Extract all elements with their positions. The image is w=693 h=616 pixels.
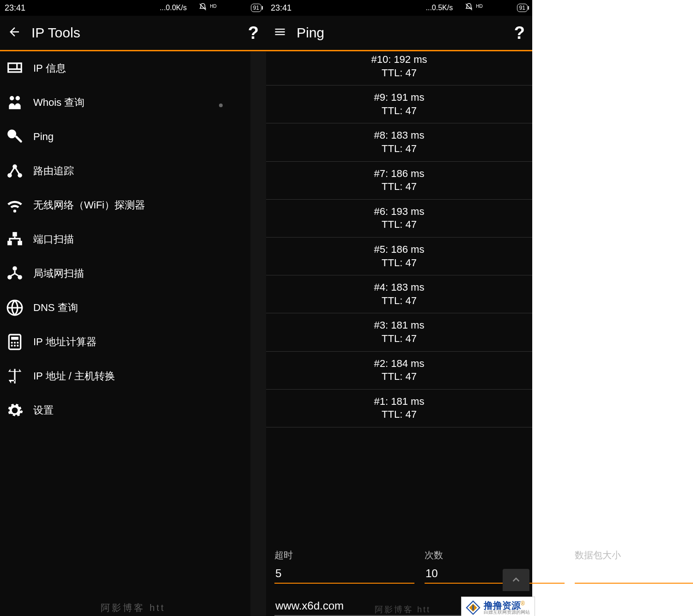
ping-result-row: #7: 186 ms TTL: 47 (266, 162, 532, 200)
menu-label: IP 地址计算器 (33, 335, 97, 349)
svg-point-15 (14, 342, 16, 344)
network-speed: ...0.5K/s (426, 4, 453, 12)
help-icon[interactable]: ? (248, 23, 259, 43)
menu-ping[interactable]: Ping (0, 120, 266, 154)
packet-size-input[interactable] (575, 565, 693, 584)
status-bar: 23:41 ...0.0K/s HD 91 (0, 0, 266, 16)
ping-result-row: #10: 192 ms TTL: 47 (266, 51, 532, 85)
ping-line2: TTL: 47 (266, 142, 532, 156)
timeout-label: 超时 (274, 549, 414, 561)
status-icons: ...0.0K/s HD 91 (159, 3, 261, 13)
ping-line1: #2: 184 ms (266, 357, 532, 371)
menu-label: DNS 查询 (33, 301, 78, 315)
signal-icon-2 (496, 4, 503, 12)
wifi-scan-icon (5, 195, 25, 215)
menu-wifi-scan[interactable]: 无线网络（WiFi）探测器 (0, 188, 266, 222)
signal-icon-1 (486, 4, 493, 12)
ping-result-row: #1: 181 ms TTL: 47 (266, 390, 532, 427)
ping-result-row: #2: 184 ms TTL: 47 (266, 352, 532, 390)
svg-rect-22 (473, 605, 474, 610)
ping-line1: #3: 181 ms (266, 319, 532, 332)
ping-line2: TTL: 47 (266, 180, 532, 194)
menu-traceroute[interactable]: 路由追踪 (0, 154, 266, 188)
ip-calc-icon (5, 332, 25, 352)
mute-icon (199, 3, 207, 13)
ping-line2: TTL: 47 (266, 408, 532, 421)
scroll-up-button[interactable] (503, 569, 529, 591)
ping-line1: #5: 186 ms (266, 243, 532, 256)
signal-icon-2 (230, 4, 237, 12)
menu-label: 局域网扫描 (33, 267, 84, 281)
whois-icon (5, 92, 25, 113)
wifi-icon (240, 4, 248, 12)
menu-label: 路由追踪 (33, 164, 74, 178)
count-field: 次数 (425, 549, 565, 584)
status-icons: ...0.5K/s HD 91 (426, 3, 528, 13)
svg-rect-5 (12, 232, 17, 237)
traceroute-icon (5, 161, 25, 181)
ping-line2: TTL: 47 (266, 67, 532, 80)
ping-line2: TTL: 47 (266, 332, 532, 346)
watermark-reg: ® (521, 600, 525, 607)
menu-label: 设置 (33, 403, 54, 417)
menu-label: 端口扫描 (33, 232, 74, 246)
dimmed-dot (219, 104, 223, 107)
status-bar: 23:41 ...0.5K/s HD 91 (266, 0, 532, 16)
timeout-input[interactable] (274, 565, 414, 584)
menu-label: 无线网络（WiFi）探测器 (33, 198, 145, 212)
battery-indicator: 91 (517, 4, 528, 12)
ping-line2: TTL: 47 (266, 218, 532, 232)
menu-settings[interactable]: 设置 (0, 393, 266, 427)
ping-line2: TTL: 47 (266, 104, 532, 118)
host-convert-icon (5, 366, 25, 386)
ping-line1: #6: 193 ms (266, 205, 532, 219)
signal-hd-icon: HD (476, 4, 482, 9)
lan-scan-icon (5, 263, 25, 284)
drawer-menu: IP 信息 Whois 查询 Ping 路由追踪 无线网络（WiFi）探测器 端… (0, 51, 266, 616)
ping-result-row: #3: 181 ms TTL: 47 (266, 313, 532, 351)
menu-dns[interactable]: DNS 查询 (0, 291, 266, 325)
ping-icon (5, 127, 25, 147)
ping-results[interactable]: #10: 192 ms TTL: 47 #9: 191 ms TTL: 47 #… (266, 51, 532, 544)
ping-line2: TTL: 47 (266, 370, 532, 384)
menu-port-scan[interactable]: 端口扫描 (0, 222, 266, 256)
menu-label: Whois 查询 (33, 96, 85, 110)
timeout-field: 超时 (274, 549, 414, 584)
svg-rect-1 (15, 135, 23, 143)
bluetooth-icon (456, 3, 462, 13)
ping-line1: #9: 191 ms (266, 91, 532, 104)
menu-label: IP 信息 (33, 61, 66, 75)
svg-point-18 (14, 345, 16, 347)
ping-result-row: #4: 183 ms TTL: 47 (266, 275, 532, 313)
settings-icon (5, 400, 25, 421)
menu-lan-scan[interactable]: 局域网扫描 (0, 256, 266, 291)
bluetooth-icon (189, 3, 196, 13)
battery-indicator: 91 (251, 4, 261, 12)
watermark-brand: 撸撸资源 (484, 600, 521, 610)
ping-result-row: #6: 193 ms TTL: 47 (266, 200, 532, 238)
svg-rect-7 (18, 241, 22, 245)
ping-line2: TTL: 47 (266, 294, 532, 308)
menu-host-convert[interactable]: IP 地址 / 主机转换 (0, 359, 266, 393)
svg-point-17 (11, 345, 13, 347)
mute-icon (465, 3, 473, 13)
back-icon[interactable] (7, 25, 21, 41)
menu-ip-calc[interactable]: IP 地址计算器 (0, 325, 266, 359)
count-input[interactable] (425, 565, 565, 584)
ping-result-row: #5: 186 ms TTL: 47 (266, 238, 532, 275)
watermark-subtitle: 白嫖互联网资源的网站 (484, 610, 530, 615)
help-icon[interactable]: ? (514, 23, 525, 43)
svg-point-14 (11, 342, 13, 344)
menu-whois[interactable]: Whois 查询 (0, 85, 266, 120)
svg-rect-13 (11, 337, 18, 340)
network-speed: ...0.0K/s (159, 4, 187, 12)
ping-result-row: #8: 183 ms TTL: 47 (266, 123, 532, 161)
menu-ip-info[interactable]: IP 信息 (0, 51, 266, 85)
ping-line2: TTL: 47 (266, 256, 532, 270)
svg-rect-6 (7, 241, 12, 245)
menu-label: Ping (33, 131, 54, 143)
ping-line1: #8: 183 ms (266, 129, 532, 142)
svg-point-0 (7, 129, 16, 138)
menu-icon[interactable] (274, 25, 286, 40)
app-title: IP Tools (31, 25, 238, 41)
